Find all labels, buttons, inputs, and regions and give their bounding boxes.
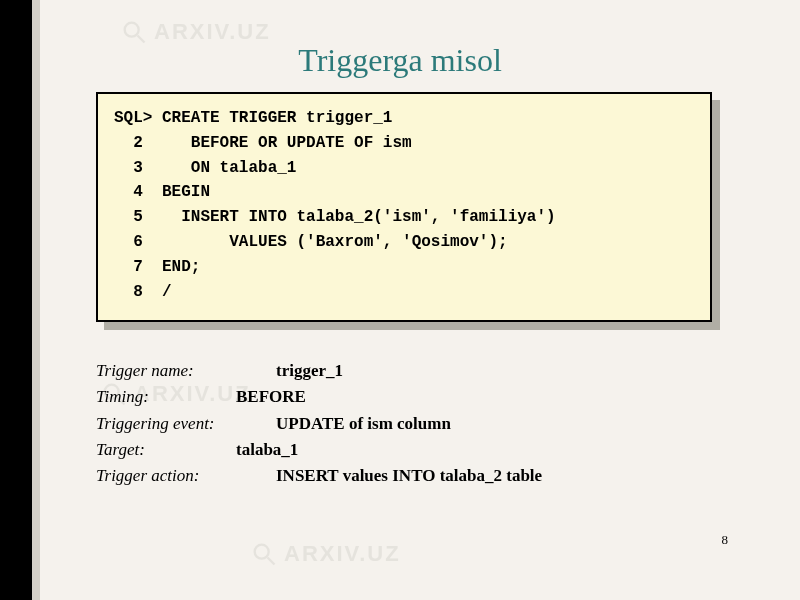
code-line: 7 END; [114,258,200,276]
watermark: ARXIV.UZ [250,540,401,568]
detail-value: talaba_1 [236,437,298,463]
code-line: 2 BEFORE OR UPDATE OF ism [114,134,412,152]
page-number: 8 [722,532,729,548]
svg-line-9 [268,558,275,565]
code-line: 3 ON talaba_1 [114,159,296,177]
detail-row-trigger-name: Trigger name: trigger_1 [96,358,542,384]
svg-point-8 [255,545,269,559]
code-line: 6 VALUES ('Baxrom', 'Qosimov'); [114,233,508,251]
detail-row-event: Triggering event: UPDATE of ism column [96,411,542,437]
watermark-text: ARXIV.UZ [284,541,401,566]
slide-left-border-inner [32,0,40,600]
slide-title: Triggerga misol [0,42,800,79]
detail-label: Trigger name: [96,358,276,384]
detail-label: Trigger action: [96,463,276,489]
watermark-text: ARXIV.UZ [154,19,271,44]
svg-point-0 [125,23,139,37]
trigger-details: Trigger name: trigger_1 Timing: BEFORE T… [96,358,542,490]
code-line: 4 BEGIN [114,183,210,201]
detail-row-timing: Timing: BEFORE [96,384,542,410]
detail-row-target: Target: talaba_1 [96,437,542,463]
code-line: 5 INSERT INTO talaba_2('ism', 'familiya'… [114,208,556,226]
code-box: SQL> CREATE TRIGGER trigger_1 2 BEFORE O… [96,92,712,322]
detail-value: BEFORE [236,384,306,410]
detail-value: UPDATE of ism column [276,411,451,437]
detail-value: trigger_1 [276,358,343,384]
slide-left-border [0,0,32,600]
detail-row-action: Trigger action: INSERT values INTO talab… [96,463,542,489]
detail-value: INSERT values INTO talaba_2 table [276,463,542,489]
code-line: SQL> CREATE TRIGGER trigger_1 [114,109,392,127]
code-line: 8 / [114,283,172,301]
detail-label: Triggering event: [96,411,276,437]
